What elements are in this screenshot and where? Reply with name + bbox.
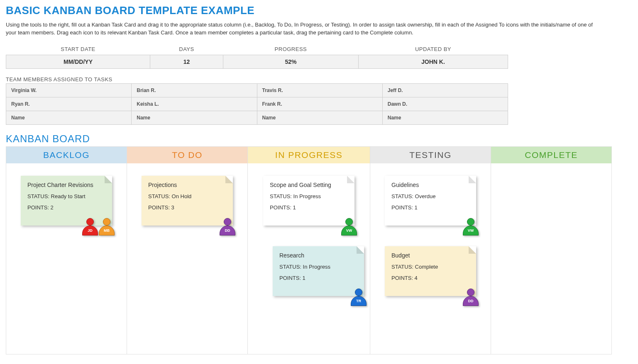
card-points: POINTS: 3 [148,204,226,211]
card-title: Project Charter Revisions [27,182,105,188]
card-status: STATUS: In Progress [279,264,357,270]
team-member-cell[interactable]: Ryan R. [6,97,132,111]
board-title: KANBAN BOARD [6,133,632,145]
meta-value-updated[interactable]: JOHN K. [358,55,508,68]
column-header-progress: IN PROGRESS [248,147,370,163]
card-assignees: JDMB [82,218,115,235]
team-table: Virginia W.Brian R.Travis R.Jeff D.Ryan … [6,83,508,125]
meta-value-start[interactable]: MM/DD/YY [6,55,150,68]
assignee-avatar-icon[interactable]: MB [99,218,115,235]
card-points: POINTS: 1 [270,204,348,211]
kanban-board: BACKLOG Project Charter RevisionsSTATUS:… [6,146,612,354]
card-status: STATUS: Complete [391,264,469,270]
meta-value-progress[interactable]: 52% [223,55,358,68]
team-member-cell[interactable]: Frank R. [257,97,382,111]
column-testing[interactable]: TESTING GuidelinesSTATUS: OverduePOINTS:… [370,146,491,354]
team-member-cell[interactable]: Dawn D. [382,97,508,111]
meta-header-updated: UPDATED BY [358,44,508,55]
kanban-card[interactable]: Scope and Goal SettingSTATUS: In Progres… [263,176,354,226]
page-title: BASIC KANBAN BOARD TEMPLATE EXAMPLE [6,4,632,17]
card-status: STATUS: In Progress [270,193,348,199]
team-member-cell[interactable]: Name [382,111,508,124]
page-description: Using the tools to the right, fill out a… [6,21,599,37]
kanban-card[interactable]: ProjectionsSTATUS: On HoldPOINTS: 3DD [142,176,233,226]
team-member-cell[interactable]: Virginia W. [6,83,132,97]
card-assignees: VW [463,218,479,235]
assignee-avatar-icon[interactable]: JD [82,218,98,235]
card-status: STATUS: Overdue [391,193,469,199]
meta-table: START DATE DAYS PROGRESS UPDATED BY MM/D… [6,44,508,69]
card-assignees: VW [341,218,357,235]
card-title: Budget [391,252,469,259]
assignee-avatar-icon[interactable]: VW [341,218,357,235]
meta-header-progress: PROGRESS [223,44,358,55]
team-section-label: TEAM MEMBERS ASSIGNED TO TASKS [6,76,632,83]
card-title: Guidelines [391,182,469,188]
column-todo[interactable]: TO DO ProjectionsSTATUS: On HoldPOINTS: … [127,146,248,354]
card-points: POINTS: 1 [279,275,357,281]
card-status: STATUS: Ready to Start [27,193,105,199]
column-backlog[interactable]: BACKLOG Project Charter RevisionsSTATUS:… [6,146,127,354]
team-member-cell[interactable]: Jeff D. [382,83,508,97]
card-title: Projections [148,182,226,188]
kanban-card[interactable]: BudgetSTATUS: CompletePOINTS: 4DD [385,246,476,296]
meta-header-start: START DATE [6,44,150,55]
column-header-complete: COMPLETE [491,147,611,163]
card-assignees: TR [351,289,367,306]
kanban-card[interactable]: ResearchSTATUS: In ProgressPOINTS: 1TR [273,246,364,296]
kanban-card[interactable]: Project Charter RevisionsSTATUS: Ready t… [21,176,112,226]
assignee-avatar-icon[interactable]: DD [463,289,479,306]
team-member-cell[interactable]: Travis R. [257,83,382,97]
assignee-avatar-icon[interactable]: TR [351,289,367,306]
column-header-testing: TESTING [370,147,491,163]
team-member-cell[interactable]: Name [6,111,132,124]
team-member-cell[interactable]: Name [257,111,382,124]
card-title: Research [279,252,357,259]
card-status: STATUS: On Hold [148,193,226,199]
column-header-todo: TO DO [127,147,247,163]
team-member-cell[interactable]: Brian R. [132,83,257,97]
meta-header-days: DAYS [150,44,223,55]
column-in-progress[interactable]: IN PROGRESS Scope and Goal SettingSTATUS… [248,146,370,354]
column-header-backlog: BACKLOG [6,147,127,163]
card-assignees: DD [220,218,235,235]
card-points: POINTS: 1 [391,204,469,211]
card-title: Scope and Goal Setting [270,182,348,188]
meta-value-days[interactable]: 12 [150,55,223,68]
assignee-avatar-icon[interactable]: DD [220,218,235,235]
assignee-avatar-icon[interactable]: VW [463,218,479,235]
column-complete[interactable]: COMPLETE [491,146,612,354]
kanban-card[interactable]: GuidelinesSTATUS: OverduePOINTS: 1VW [385,176,476,226]
card-assignees: DD [463,289,479,306]
card-points: POINTS: 4 [391,275,469,281]
team-member-cell[interactable]: Keisha L. [132,97,257,111]
card-points: POINTS: 2 [27,204,105,211]
team-member-cell[interactable]: Name [132,111,257,124]
